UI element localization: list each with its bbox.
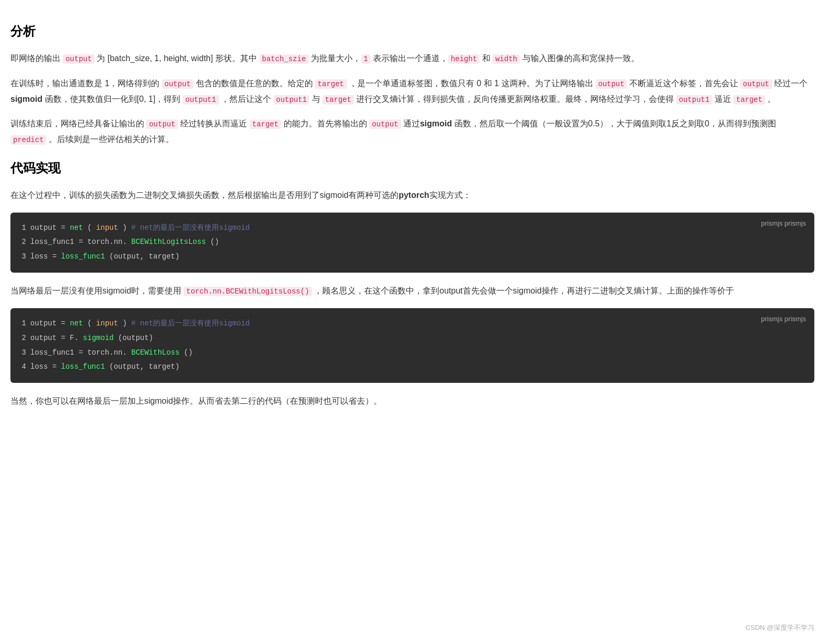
- code-target-3: target: [733, 95, 765, 104]
- code-output1-1: output1: [183, 95, 219, 104]
- code-content-1-1: output = net ( input ) # net的最后一层没有使用sig…: [28, 221, 804, 236]
- line-num-1-3: 3: [16, 250, 28, 264]
- code-output-6: output: [369, 120, 401, 129]
- code-width: width: [493, 54, 520, 64]
- code-height: height: [448, 54, 480, 64]
- code-line-1-2: 2 loss_func1 = torch.nn. BCEWithLogitsLo…: [16, 235, 804, 250]
- paragraph-4: 在这个过程中，训练的损失函数为二进制交叉熵损失函数，然后根据输出是否用到了sig…: [10, 188, 814, 203]
- code-table-1: 1 output = net ( input ) # net的最后一层没有使用s…: [16, 221, 804, 264]
- code-table-2: 1 output = net ( input ) # net的最后一层没有使用s…: [16, 317, 804, 374]
- code-content-2-2: output = F. sigmoid (output): [28, 331, 804, 346]
- code-content-1-3: loss = loss_func1 (output, target): [28, 250, 804, 264]
- code-output-2: output: [162, 79, 193, 89]
- code-line-2-4: 4 loss = loss_func1 (output, target): [16, 360, 804, 374]
- code-content-2-3: loss_func1 = torch.nn. BCEWithLoss (): [28, 346, 804, 360]
- code-block-1-label: prismjs prismjs: [761, 218, 806, 229]
- code-line-2-1: 1 output = net ( input ) # net的最后一层没有使用s…: [16, 317, 804, 331]
- text-sigmoid-1: sigmoid: [10, 95, 42, 103]
- line-num-1-2: 2: [16, 235, 28, 250]
- section-heading-code: 代码实现: [10, 158, 814, 179]
- text-pytorch-1: pytorch: [399, 191, 429, 200]
- code-output-5: output: [146, 120, 178, 129]
- code-predict: predict: [10, 135, 46, 145]
- code-line-1-3: 3 loss = loss_func1 (output, target): [16, 250, 804, 264]
- code-line-1-1: 1 output = net ( input ) # net的最后一层没有使用s…: [16, 221, 804, 236]
- code-block-2-label: prismjs prismjs: [761, 313, 806, 325]
- code-bcelogits: torch.nn.BCEWithLogitsLoss(): [184, 287, 312, 296]
- code-output-1: output: [63, 54, 94, 64]
- paragraph-5: 当网络最后一层没有使用sigmoid时，需要使用 torch.nn.BCEWit…: [10, 283, 814, 299]
- code-target-1: target: [315, 79, 346, 89]
- code-output1-3: output1: [676, 95, 712, 104]
- code-content-2-4: loss = loss_func1 (output, target): [28, 360, 804, 374]
- paragraph-2: 在训练时，输出通道数是 1，网络得到的 output 包含的数值是任意的数。给定…: [10, 76, 814, 107]
- paragraph-6: 当然，你也可以在网络最后一层加上sigmoid操作。从而省去第二行的代码（在预测…: [10, 393, 814, 409]
- code-output-4: output: [740, 79, 771, 89]
- code-block-1: prismjs prismjs 1 output = net ( input )…: [10, 213, 814, 273]
- code-line-2-3: 3 loss_func1 = torch.nn. BCEWithLoss (): [16, 346, 804, 360]
- code-content-2-1: output = net ( input ) # net的最后一层没有使用sig…: [28, 317, 804, 331]
- code-batch-szie: batch_szie: [260, 54, 309, 64]
- line-num-2-3: 3: [16, 346, 28, 360]
- line-num-2-1: 1: [16, 317, 28, 331]
- code-line-2-2: 2 output = F. sigmoid (output): [16, 331, 804, 346]
- code-content-1-2: loss_func1 = torch.nn. BCEWithLogitsLoss…: [28, 235, 804, 250]
- paragraph-3: 训练结束后，网络已经具备让输出的 output 经过转换从而逼近 target …: [10, 116, 814, 147]
- code-block-2: prismjs prismjs 1 output = net ( input )…: [10, 308, 814, 383]
- line-num-2-2: 2: [16, 331, 28, 346]
- code-1: 1: [361, 54, 370, 64]
- code-output-3: output: [595, 79, 627, 89]
- line-num-2-4: 4: [16, 360, 28, 374]
- code-target-2: target: [322, 95, 354, 104]
- code-output1-2: output1: [274, 95, 310, 104]
- text-sigmoid-2: sigmoid: [420, 119, 452, 128]
- article-container: 分析 即网络的输出 output 为 [batch_size, 1, heigh…: [10, 21, 814, 409]
- paragraph-1: 即网络的输出 output 为 [batch_size, 1, height, …: [10, 51, 814, 66]
- line-num-1-1: 1: [16, 221, 28, 236]
- section-heading-analysis: 分析: [10, 21, 814, 42]
- code-target-4: target: [250, 120, 281, 129]
